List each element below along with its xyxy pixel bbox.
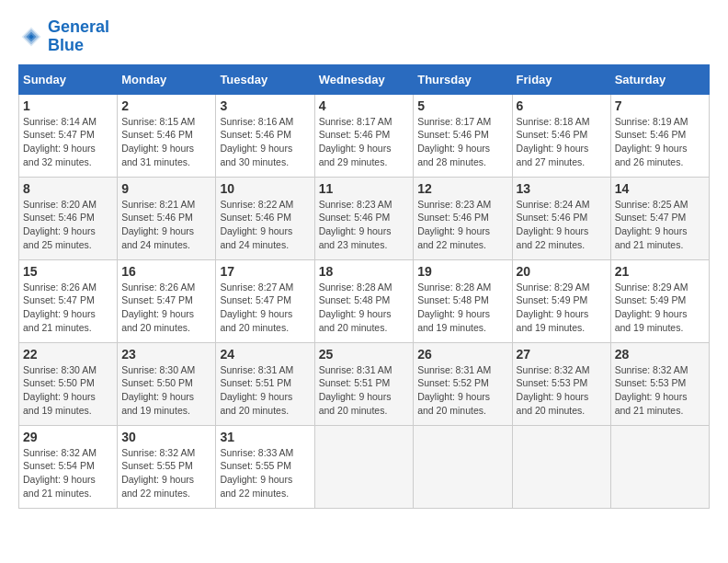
calendar-cell: 23 Sunrise: 8:30 AMSunset: 5:50 PMDaylig… — [118, 342, 216, 425]
day-number: 5 — [417, 98, 507, 113]
calendar-cell: 15 Sunrise: 8:26 AMSunset: 5:47 PMDaylig… — [19, 259, 118, 342]
day-info: Sunrise: 8:32 AMSunset: 5:53 PMDaylight:… — [517, 364, 590, 416]
day-info: Sunrise: 8:30 AMSunset: 5:50 PMDaylight:… — [23, 364, 97, 416]
calendar-cell: 31 Sunrise: 8:33 AMSunset: 5:55 PMDaylig… — [216, 425, 314, 508]
day-number: 13 — [517, 181, 607, 196]
calendar-cell: 5 Sunrise: 8:17 AMSunset: 5:46 PMDayligh… — [414, 94, 512, 177]
day-info: Sunrise: 8:23 AMSunset: 5:46 PMDaylight:… — [417, 199, 491, 250]
calendar-header-saturday: Saturday — [610, 64, 709, 94]
calendar-cell: 6 Sunrise: 8:18 AMSunset: 5:46 PMDayligh… — [512, 94, 610, 177]
day-info: Sunrise: 8:22 AMSunset: 5:46 PMDaylight:… — [220, 199, 293, 250]
calendar-cell: 22 Sunrise: 8:30 AMSunset: 5:50 PMDaylig… — [19, 342, 118, 425]
day-number: 20 — [517, 264, 607, 279]
calendar-cell — [512, 425, 610, 508]
calendar-header-tuesday: Tuesday — [216, 64, 314, 94]
calendar-body: 1 Sunrise: 8:14 AMSunset: 5:47 PMDayligh… — [19, 94, 710, 508]
day-info: Sunrise: 8:33 AMSunset: 5:55 PMDaylight:… — [220, 447, 293, 499]
day-info: Sunrise: 8:28 AMSunset: 5:48 PMDaylight:… — [319, 282, 392, 333]
day-number: 3 — [220, 98, 310, 113]
calendar-cell: 21 Sunrise: 8:29 AMSunset: 5:49 PMDaylig… — [610, 259, 709, 342]
calendar-cell: 4 Sunrise: 8:17 AMSunset: 5:46 PMDayligh… — [314, 94, 414, 177]
calendar-week-5: 29 Sunrise: 8:32 AMSunset: 5:54 PMDaylig… — [19, 425, 710, 508]
day-number: 22 — [23, 347, 113, 362]
day-number: 2 — [121, 98, 211, 113]
day-info: Sunrise: 8:32 AMSunset: 5:54 PMDaylight:… — [23, 447, 97, 499]
day-info: Sunrise: 8:14 AMSunset: 5:47 PMDaylight:… — [23, 116, 97, 167]
day-number: 27 — [517, 347, 607, 362]
day-info: Sunrise: 8:29 AMSunset: 5:49 PMDaylight:… — [517, 282, 590, 333]
day-number: 1 — [23, 98, 113, 113]
calendar-cell: 14 Sunrise: 8:25 AMSunset: 5:47 PMDaylig… — [610, 177, 709, 259]
day-number: 18 — [319, 264, 410, 279]
calendar-cell: 26 Sunrise: 8:31 AMSunset: 5:52 PMDaylig… — [414, 342, 512, 425]
day-number: 9 — [121, 181, 211, 196]
day-number: 21 — [615, 264, 705, 279]
day-number: 8 — [23, 181, 113, 196]
logo-icon — [18, 24, 44, 50]
header-row: SundayMondayTuesdayWednesdayThursdayFrid… — [19, 64, 710, 94]
calendar-cell: 1 Sunrise: 8:14 AMSunset: 5:47 PMDayligh… — [19, 94, 118, 177]
day-info: Sunrise: 8:16 AMSunset: 5:46 PMDaylight:… — [220, 116, 293, 167]
calendar-cell: 8 Sunrise: 8:20 AMSunset: 5:46 PMDayligh… — [19, 177, 118, 259]
calendar-week-2: 8 Sunrise: 8:20 AMSunset: 5:46 PMDayligh… — [19, 177, 710, 259]
day-number: 14 — [615, 181, 705, 196]
calendar-cell: 13 Sunrise: 8:24 AMSunset: 5:46 PMDaylig… — [512, 177, 610, 259]
calendar-cell: 11 Sunrise: 8:23 AMSunset: 5:46 PMDaylig… — [314, 177, 414, 259]
day-info: Sunrise: 8:32 AMSunset: 5:53 PMDaylight:… — [615, 364, 688, 416]
day-number: 28 — [615, 347, 705, 362]
day-info: Sunrise: 8:23 AMSunset: 5:46 PMDaylight:… — [319, 199, 392, 250]
logo-text: General Blue — [48, 18, 109, 55]
page-header: General Blue — [18, 18, 710, 55]
day-info: Sunrise: 8:17 AMSunset: 5:46 PMDaylight:… — [417, 116, 491, 167]
day-info: Sunrise: 8:29 AMSunset: 5:49 PMDaylight:… — [615, 282, 688, 333]
calendar-cell — [610, 425, 709, 508]
day-number: 29 — [23, 430, 113, 444]
calendar-cell: 17 Sunrise: 8:27 AMSunset: 5:47 PMDaylig… — [216, 259, 314, 342]
day-number: 10 — [220, 181, 310, 196]
calendar-cell: 18 Sunrise: 8:28 AMSunset: 5:48 PMDaylig… — [314, 259, 414, 342]
calendar-week-3: 15 Sunrise: 8:26 AMSunset: 5:47 PMDaylig… — [19, 259, 710, 342]
calendar-cell: 10 Sunrise: 8:22 AMSunset: 5:46 PMDaylig… — [216, 177, 314, 259]
day-info: Sunrise: 8:25 AMSunset: 5:47 PMDaylight:… — [615, 199, 688, 250]
calendar-cell: 27 Sunrise: 8:32 AMSunset: 5:53 PMDaylig… — [512, 342, 610, 425]
day-info: Sunrise: 8:26 AMSunset: 5:47 PMDaylight:… — [121, 282, 195, 333]
day-info: Sunrise: 8:31 AMSunset: 5:51 PMDaylight:… — [220, 364, 293, 416]
day-info: Sunrise: 8:18 AMSunset: 5:46 PMDaylight:… — [517, 116, 590, 167]
calendar-table: SundayMondayTuesdayWednesdayThursdayFrid… — [18, 64, 710, 509]
day-info: Sunrise: 8:17 AMSunset: 5:46 PMDaylight:… — [319, 116, 392, 167]
calendar-cell: 30 Sunrise: 8:32 AMSunset: 5:55 PMDaylig… — [118, 425, 216, 508]
day-info: Sunrise: 8:19 AMSunset: 5:46 PMDaylight:… — [615, 116, 688, 167]
day-number: 17 — [220, 264, 310, 279]
day-number: 11 — [319, 181, 410, 196]
day-number: 24 — [220, 347, 310, 362]
day-info: Sunrise: 8:21 AMSunset: 5:46 PMDaylight:… — [121, 199, 195, 250]
calendar-cell: 2 Sunrise: 8:15 AMSunset: 5:46 PMDayligh… — [118, 94, 216, 177]
calendar-cell: 3 Sunrise: 8:16 AMSunset: 5:46 PMDayligh… — [216, 94, 314, 177]
day-info: Sunrise: 8:26 AMSunset: 5:47 PMDaylight:… — [23, 282, 97, 333]
day-number: 31 — [220, 430, 310, 444]
calendar-header-friday: Friday — [512, 64, 610, 94]
calendar-cell: 20 Sunrise: 8:29 AMSunset: 5:49 PMDaylig… — [512, 259, 610, 342]
day-number: 4 — [319, 98, 410, 113]
day-info: Sunrise: 8:20 AMSunset: 5:46 PMDaylight:… — [23, 199, 97, 250]
day-number: 6 — [517, 98, 607, 113]
calendar-header-wednesday: Wednesday — [314, 64, 414, 94]
logo: General Blue — [18, 18, 109, 55]
day-number: 23 — [121, 347, 211, 362]
calendar-cell: 19 Sunrise: 8:28 AMSunset: 5:48 PMDaylig… — [414, 259, 512, 342]
calendar-header: SundayMondayTuesdayWednesdayThursdayFrid… — [19, 64, 710, 94]
calendar-header-thursday: Thursday — [414, 64, 512, 94]
day-info: Sunrise: 8:27 AMSunset: 5:47 PMDaylight:… — [220, 282, 293, 333]
calendar-cell — [414, 425, 512, 508]
day-info: Sunrise: 8:31 AMSunset: 5:51 PMDaylight:… — [319, 364, 392, 416]
calendar-cell: 7 Sunrise: 8:19 AMSunset: 5:46 PMDayligh… — [610, 94, 709, 177]
day-info: Sunrise: 8:31 AMSunset: 5:52 PMDaylight:… — [417, 364, 491, 416]
day-number: 26 — [417, 347, 507, 362]
calendar-header-sunday: Sunday — [19, 64, 118, 94]
day-number: 16 — [121, 264, 211, 279]
day-number: 30 — [121, 430, 211, 444]
day-info: Sunrise: 8:28 AMSunset: 5:48 PMDaylight:… — [417, 282, 491, 333]
calendar-cell: 16 Sunrise: 8:26 AMSunset: 5:47 PMDaylig… — [118, 259, 216, 342]
day-info: Sunrise: 8:24 AMSunset: 5:46 PMDaylight:… — [517, 199, 590, 250]
calendar-week-4: 22 Sunrise: 8:30 AMSunset: 5:50 PMDaylig… — [19, 342, 710, 425]
